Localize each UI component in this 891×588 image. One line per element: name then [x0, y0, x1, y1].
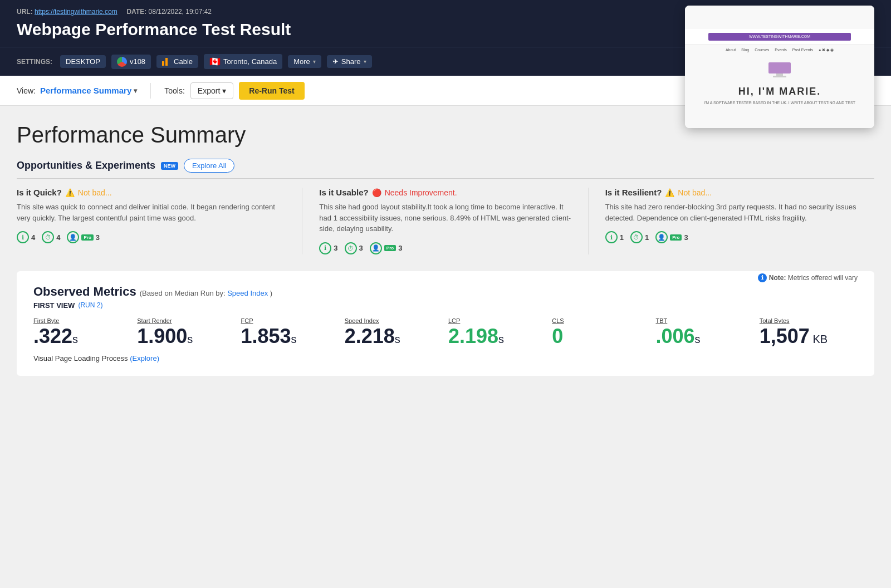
usable-metric-2-count: 3	[359, 244, 363, 252]
resilient-timer-icon: ⏱	[630, 231, 643, 243]
speed-index-value: 2.218s	[345, 326, 443, 346]
new-badge: NEW	[161, 162, 178, 170]
usable-body: This site had good layout stability.It t…	[319, 202, 571, 234]
obs-subtitle-text: (Based on Median Run by:	[140, 289, 226, 297]
note-info-icon: ℹ	[758, 273, 767, 282]
total-bytes-value: 1,507 KB	[760, 326, 858, 346]
usable-metrics: ℹ 3 ⏱ 3 👤 Pro 3	[319, 242, 571, 254]
browser-version: v108	[130, 57, 145, 66]
settings-browser[interactable]: v108	[111, 55, 151, 69]
quick-metric-3: 👤 Pro 3	[67, 231, 100, 243]
speed-index-link[interactable]: Speed Index	[227, 289, 268, 297]
nav-blog: Blog	[741, 48, 749, 52]
speed-index-label: Speed Index	[345, 317, 443, 324]
toolbar-view: View: Performance Summary ▾	[17, 86, 137, 95]
settings-share[interactable]: ✈ Share ▾	[327, 55, 372, 68]
more-label: More	[293, 57, 310, 66]
resilient-person-icon: 👤	[655, 231, 668, 243]
speed-index-unit: s	[395, 333, 400, 345]
nav-events: Events	[775, 48, 786, 52]
nav-past-events: Past Events	[792, 48, 813, 52]
fcp-label: FCP	[241, 317, 339, 324]
resilient-metric-2-count: 1	[645, 233, 649, 242]
svg-rect-1	[776, 74, 783, 76]
usable-info-icon: ℹ	[319, 242, 331, 254]
resilient-metric-3-count: 3	[684, 233, 688, 242]
opp-divider	[17, 178, 874, 179]
screenshot-nav: WWW.TESTINGWITHMARIE.COM	[685, 29, 874, 45]
quick-body: This site was quick to connect and deliv…	[17, 202, 285, 223]
metric-first-byte: First Byte .322s	[33, 317, 131, 346]
fcp-unit: s	[291, 333, 297, 345]
quick-header: Is it Quick? ⚠️ Not bad...	[17, 188, 285, 197]
date-label: DATE:	[126, 8, 146, 16]
explore-all-button[interactable]: Explore All	[184, 159, 234, 173]
resilient-metric-2: ⏱ 1	[630, 231, 649, 243]
rerun-button[interactable]: Re-Run Test	[239, 82, 304, 100]
total-bytes-number: 1,507	[760, 325, 810, 347]
first-byte-label: First Byte	[33, 317, 131, 324]
quick-column: Is it Quick? ⚠️ Not bad... This site was…	[17, 188, 302, 254]
run2-link[interactable]: (RUN 2)	[78, 301, 102, 309]
lcp-number: 2.198	[448, 325, 498, 347]
first-byte-value: .322s	[33, 326, 131, 346]
fcp-number: 1.853	[241, 325, 291, 347]
resilient-metric-1: ℹ 1	[605, 231, 624, 243]
screenshot-thumbnail: WWW.TESTINGWITHMARIE.COM About Blog Cour…	[685, 6, 874, 128]
share-icon: ✈	[332, 57, 339, 66]
quick-metric-1: ℹ 4	[17, 231, 35, 243]
metric-total-bytes: Total Bytes 1,507 KB	[760, 317, 858, 346]
usable-pro-badge: Pro	[384, 245, 396, 251]
resilient-info-icon: ℹ	[605, 231, 618, 243]
toolbar-tools: Tools: Export ▾ Re-Run Test	[164, 82, 304, 100]
screenshot-hero-text: HI, I'M MARIE.	[738, 86, 821, 97]
nav-icons: ● ✖ ◆ ◉	[819, 48, 834, 52]
desktop-label: DESKTOP	[66, 57, 100, 66]
tbt-unit: s	[695, 333, 701, 345]
obs-subtitle-end: )	[270, 289, 272, 297]
settings-location[interactable]: 🇨🇦 Toronto, Canada	[204, 54, 282, 69]
connection-label: Cable	[174, 57, 193, 66]
resilient-header: Is it Resilient? ⚠️ Not bad...	[605, 188, 858, 197]
three-cols: Is it Quick? ⚠️ Not bad... This site was…	[17, 188, 874, 254]
obs-subtitle: (Based on Median Run by: Speed Index )	[140, 289, 273, 297]
view-selector[interactable]: Performance Summary ▾	[40, 86, 137, 95]
resilient-column: Is it Resilient? ⚠️ Not bad... This site…	[589, 188, 874, 254]
obs-title: Observed Metrics	[33, 285, 136, 299]
resilient-body: This site had zero render-blocking 3rd p…	[605, 202, 858, 223]
connection-icon	[162, 58, 171, 66]
first-byte-unit: s	[72, 333, 78, 345]
metrics-row: First Byte .322s Start Render 1.900s FCP…	[33, 317, 858, 346]
quick-status-icon: ⚠️	[65, 188, 75, 197]
settings-desktop[interactable]: DESKTOP	[60, 55, 106, 68]
quick-timer-icon: ⏱	[42, 231, 54, 243]
export-label: Export	[198, 86, 220, 95]
settings-more[interactable]: More ▾	[288, 55, 321, 68]
usable-person-icon: 👤	[370, 242, 382, 254]
explore-link[interactable]: (Explore)	[130, 354, 159, 362]
usable-timer-icon: ⏱	[345, 242, 357, 254]
metric-lcp: LCP 2.198s	[448, 317, 546, 346]
observed-metrics-section: Observed Metrics (Based on Median Run by…	[17, 271, 874, 376]
cls-number: 0	[552, 325, 563, 347]
cls-value: 0	[552, 326, 650, 346]
quick-metric-3-count: 3	[96, 233, 100, 242]
note-label: Note:	[769, 273, 786, 281]
settings-connection[interactable]: Cable	[156, 55, 198, 68]
url-link[interactable]: https://testingwithmarie.com	[35, 8, 118, 16]
usable-status: Needs Improvement.	[385, 188, 457, 197]
quick-metric-2: ⏱ 4	[42, 231, 60, 243]
usable-title: Is it Usable?	[319, 188, 368, 197]
nav-courses: Courses	[755, 48, 769, 52]
svg-rect-2	[773, 76, 786, 77]
location-label: Toronto, Canada	[223, 57, 277, 66]
opportunities-section: Opportunities & Experiments NEW Explore …	[17, 159, 874, 254]
usable-column: Is it Usable? 🔴 Needs Improvement. This …	[302, 188, 588, 254]
computer-icon	[763, 61, 796, 78]
resilient-status-icon: ⚠️	[665, 188, 674, 197]
start-render-label: Start Render	[137, 317, 235, 324]
export-button[interactable]: Export ▾	[190, 82, 233, 99]
resilient-metric-1-count: 1	[620, 233, 624, 242]
quick-metric-1-count: 4	[31, 233, 35, 242]
opp-title: Opportunities & Experiments	[17, 160, 155, 171]
